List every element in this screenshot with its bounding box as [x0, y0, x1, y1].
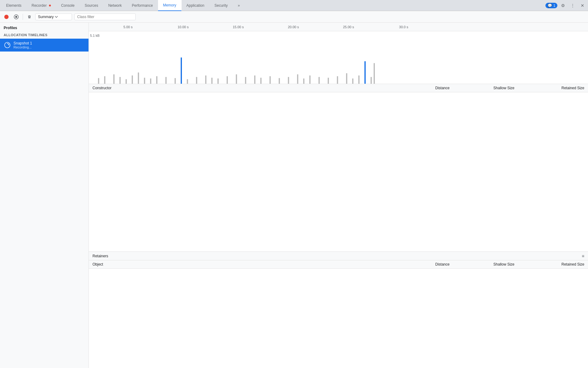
svg-rect-22	[227, 76, 228, 84]
distance-col-header: Distance	[388, 84, 453, 92]
close-button[interactable]: ✕	[578, 1, 587, 10]
more-icon: ⋮	[571, 3, 575, 8]
svg-rect-23	[236, 74, 237, 84]
retainers-title: Retainers	[92, 254, 108, 258]
summary-selected-label: Summary	[38, 15, 54, 19]
svg-point-3	[5, 42, 10, 48]
tab-sources[interactable]: Sources	[80, 0, 103, 11]
svg-rect-18	[196, 77, 197, 84]
retainers-panel: Retainers ≡ Object Distance	[89, 251, 588, 368]
svg-rect-31	[303, 79, 304, 84]
svg-rect-2	[15, 16, 17, 18]
retainers-table[interactable]: Object Distance Shallow Size Retained Si…	[89, 260, 588, 368]
svg-rect-7	[119, 77, 121, 84]
tab-overflow[interactable]: »	[233, 0, 245, 11]
summary-dropdown[interactable]: Summary	[35, 13, 72, 20]
svg-rect-8	[126, 79, 127, 84]
profiles-header: Profiles	[0, 23, 89, 31]
shallow-size-col-header: Shallow Size	[453, 84, 518, 92]
svg-rect-15	[175, 78, 176, 84]
snapshot-1-item[interactable]: Snapshot 1 Recording...	[0, 39, 89, 52]
retainers-data-table: Object Distance Shallow Size Retained Si…	[89, 260, 588, 269]
svg-point-0	[4, 15, 9, 19]
more-button[interactable]: ⋮	[568, 1, 577, 10]
axis-label-25s: 25.00 s	[343, 25, 354, 29]
svg-rect-12	[150, 79, 151, 84]
svg-rect-38	[358, 75, 360, 84]
svg-rect-41	[374, 63, 375, 84]
svg-rect-19	[205, 75, 206, 84]
svg-rect-25	[254, 75, 255, 84]
svg-rect-36	[346, 73, 347, 84]
snapshot-name: Snapshot 1	[13, 41, 32, 45]
retainers-menu-icon[interactable]: ≡	[582, 254, 584, 259]
snapshot-icon	[4, 41, 11, 49]
tab-list: Elements Recorder Console Sources Networ…	[1, 0, 545, 11]
svg-rect-16	[181, 58, 182, 84]
tab-application[interactable]: Application	[182, 0, 210, 11]
settings-button[interactable]: ⚙	[559, 1, 567, 10]
svg-rect-13	[156, 76, 157, 84]
svg-rect-6	[113, 74, 115, 84]
notification-badge[interactable]: 💬 1	[545, 3, 557, 8]
retainer-shallow-col-header: Shallow Size	[453, 260, 518, 269]
tab-elements[interactable]: Elements	[1, 0, 27, 11]
constructor-data-table: Constructor Distance Shallow Size Retain…	[89, 84, 588, 92]
svg-rect-34	[328, 78, 329, 84]
svg-rect-4	[98, 78, 99, 84]
timeline-axis: 5.00 s 10.00 s 15.00 s 20.00 s 25.00 s 3…	[89, 23, 588, 31]
axis-label-20s: 20.00 s	[288, 25, 299, 29]
close-icon: ✕	[581, 3, 584, 8]
constructor-col-header: Constructor	[89, 84, 388, 92]
svg-rect-14	[165, 77, 167, 84]
stop-button[interactable]	[12, 13, 20, 21]
toolbar-divider	[23, 14, 23, 20]
object-col-header: Object	[89, 260, 388, 269]
delete-button[interactable]	[25, 13, 33, 21]
tab-network[interactable]: Network	[103, 0, 127, 11]
svg-rect-35	[337, 76, 338, 84]
tab-memory[interactable]: Memory	[158, 0, 181, 11]
axis-label-30s: 30.0 s	[399, 25, 408, 29]
svg-rect-17	[187, 79, 188, 84]
content-area: 5.00 s 10.00 s 15.00 s 20.00 s 25.00 s 3…	[89, 23, 588, 368]
constructor-table-container: Constructor Distance Shallow Size Retain…	[89, 84, 588, 251]
class-filter-input[interactable]	[74, 13, 136, 20]
svg-rect-10	[138, 72, 139, 84]
tab-security[interactable]: Security	[209, 0, 233, 11]
svg-rect-20	[211, 78, 213, 84]
tab-bar: Elements Recorder Console Sources Networ…	[0, 0, 588, 11]
retainer-distance-col-header: Distance	[388, 260, 453, 269]
tab-recorder[interactable]: Recorder	[27, 0, 56, 11]
svg-rect-33	[318, 77, 320, 84]
settings-icon: ⚙	[561, 3, 565, 8]
svg-rect-39	[364, 61, 366, 84]
tab-performance[interactable]: Performance	[127, 0, 158, 11]
recorder-dot	[49, 5, 51, 6]
allocation-chart	[89, 31, 588, 84]
svg-rect-29	[288, 77, 289, 84]
snapshot-recording-label: Recording...	[13, 45, 32, 49]
axis-label-10s: 10.00 s	[178, 25, 189, 29]
constructor-table[interactable]: Constructor Distance Shallow Size Retain…	[89, 84, 588, 251]
snapshot-info: Snapshot 1 Recording...	[13, 41, 32, 49]
record-button[interactable]	[2, 13, 10, 21]
svg-rect-21	[217, 79, 219, 84]
svg-rect-40	[371, 77, 372, 84]
svg-rect-5	[104, 76, 105, 84]
retainer-retained-col-header: Retained Size	[518, 260, 588, 269]
sidebar: Profiles ALLOCATION TIMELINES Snapshot 1…	[0, 23, 89, 368]
svg-rect-27	[270, 76, 271, 84]
axis-label-5s: 5.00 s	[123, 25, 133, 29]
timeline-chart[interactable]: 5.1 kB	[89, 31, 588, 84]
tab-console[interactable]: Console	[56, 0, 80, 11]
svg-rect-26	[260, 78, 262, 84]
svg-rect-11	[144, 78, 145, 84]
axis-label-15s: 15.00 s	[233, 25, 244, 29]
retained-size-col-header: Retained Size	[518, 84, 588, 92]
allocation-timelines-header: ALLOCATION TIMELINES	[0, 31, 89, 39]
svg-rect-30	[297, 74, 298, 84]
tab-bar-actions: 💬 1 ⚙ ⋮ ✕	[545, 1, 587, 10]
dropdown-chevron-icon	[55, 16, 58, 18]
svg-rect-37	[352, 79, 353, 84]
